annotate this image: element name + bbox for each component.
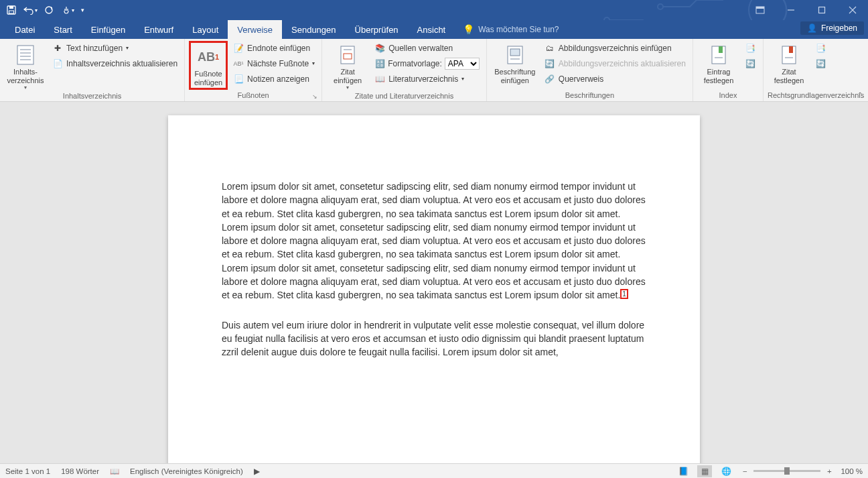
citation-style-select[interactable]: 🔠 Formatvorlage: APA [372,56,482,70]
add-text-icon: ✚ [52,43,63,54]
update-index-icon: 🔄 [745,58,756,69]
insert-citation-button[interactable]: Zitat einfügen ▾ [326,41,369,91]
crossref-icon: 🔗 [545,74,555,84]
endnote-icon: 📝 [233,43,244,54]
group-label-authorities: Rechtsgrundlagenverzeichnis [768,90,864,101]
zoom-out-button[interactable]: − [740,467,749,475]
tell-me-placeholder: Was möchten Sie tun? [478,25,559,34]
zoom-slider[interactable]: − + [740,467,834,475]
group-label-footnotes: Fußnoten↘ [189,90,317,101]
slider-track[interactable] [753,470,820,472]
update-icon: 📄 [52,58,63,69]
crossref-button[interactable]: 🔗Querverweis [542,72,689,86]
tab-entwurf[interactable]: Entwurf [135,20,183,39]
group-footnotes: AB1 Fußnote einfügen 📝Endnote einfügen A… [185,39,322,101]
svg-rect-19 [341,46,354,64]
tab-sendungen[interactable]: Sendungen [282,20,346,39]
group-label-toc: Inhaltsverzeichnis [4,91,180,102]
spellcheck-icon[interactable]: 📖 [110,467,119,476]
macro-icon[interactable]: ▶ [254,467,260,476]
window-controls [745,0,868,20]
quick-access-toolbar: ▾ ▾ ▾ [3,1,87,19]
footnote-reference[interactable]: 1 [620,289,628,299]
slider-thumb[interactable] [784,467,790,475]
tof-icon: 🗂 [545,43,555,54]
document-area[interactable]: Lorem ipsum dolor sit amet, consetetur s… [0,102,868,463]
zoom-in-button[interactable]: + [824,467,834,475]
update-toc-button[interactable]: 📄Inhaltsverzeichnis aktualisieren [50,56,180,70]
web-layout-button[interactable]: 🌐 [719,465,733,477]
language-indicator[interactable]: Englisch (Vereinigtes Königreich) [130,467,243,475]
tab-ansicht[interactable]: Ansicht [408,20,455,39]
show-notes-button[interactable]: 📃Notizen anzeigen [230,72,317,86]
insert-index-button[interactable]: 📑 [743,41,759,55]
print-layout-button[interactable]: ▦ [697,465,712,477]
mark-citation-button[interactable]: Zitat festlegen [768,41,810,90]
bibliography-button[interactable]: 📖Literaturverzeichnis ▾ [372,72,482,86]
insert-toa-button[interactable]: 📑 [813,41,829,55]
group-citations: Zitat einfügen ▾ 📚Quellen verwalten 🔠 Fo… [322,39,487,101]
next-footnote-icon: AB¹ [233,58,244,69]
maximize-button[interactable] [806,0,837,20]
paragraph-2[interactable]: Duis autem vel eum iriure dolor in hendr… [222,318,646,359]
insert-endnote-button[interactable]: 📝Endnote einfügen [230,41,317,55]
collapse-ribbon-button[interactable]: ⌃ [857,91,863,99]
ribbon-display-options[interactable] [745,0,776,20]
zoom-level[interactable]: 100 % [841,467,863,475]
add-text-button[interactable]: ✚Text hinzufügen ▾ [50,41,180,55]
page-indicator[interactable]: Seite 1 von 1 [5,467,50,475]
svg-rect-14 [17,46,33,64]
undo-button[interactable]: ▾ [21,1,39,19]
update-toa-icon: 🔄 [816,58,826,69]
tab-einfuegen[interactable]: Einfügen [82,20,135,39]
next-footnote-button[interactable]: AB¹Nächste Fußnote ▾ [230,56,317,70]
toc-button[interactable]: Inhalts- verzeichnis ▾ [4,41,47,91]
close-button[interactable] [837,0,868,20]
sources-icon: 📚 [374,43,385,54]
tab-start[interactable]: Start [44,20,81,39]
word-count[interactable]: 198 Wörter [61,467,99,475]
tell-me-search[interactable]: 💡 Was möchten Sie tun? [463,20,559,39]
svg-rect-2 [9,11,14,13]
share-button[interactable]: 👤 Freigeben [800,21,864,35]
titlebar: ▾ ▾ ▾ [0,0,868,20]
show-notes-icon: 📃 [233,74,244,84]
save-button[interactable] [3,1,20,19]
ribbon-tabs: Datei Start Einfügen Entwurf Layout Verw… [0,20,868,39]
statusbar: Seite 1 von 1 198 Wörter 📖 Englisch (Ver… [0,463,868,478]
group-index: Eintrag festlegen 📑 🔄 Index [693,39,764,101]
chevron-down-icon: ▾ [24,84,27,91]
svg-rect-29 [789,46,793,53]
svg-rect-1 [9,6,13,9]
authorities-icon [780,44,798,66]
update-toa-button: 🔄 [813,56,829,70]
tab-verweise[interactable]: Verweise [228,20,282,39]
insert-caption-button[interactable]: Beschriftung einfügen [491,41,539,90]
redo-button[interactable] [40,1,58,19]
person-icon: 👤 [807,23,817,33]
mark-entry-button[interactable]: Eintrag festlegen [697,41,740,90]
qat-customize-button[interactable]: ▾ [78,1,87,19]
style-icon: 🔠 [374,58,385,69]
touch-mode-button[interactable]: ▾ [59,1,76,19]
group-label-index: Index [697,90,759,101]
style-dropdown[interactable]: APA [445,58,480,70]
svg-rect-11 [819,7,825,13]
insert-tof-button[interactable]: 🗂Abbildungsverzeichnis einfügen [542,41,689,55]
insert-index-icon: 📑 [745,43,756,54]
minimize-button[interactable] [776,0,806,20]
manage-sources-button[interactable]: 📚Quellen verwalten [372,41,482,55]
tab-layout[interactable]: Layout [183,20,228,39]
paragraph-1[interactable]: Lorem ipsum dolor sit amet, consetetur s… [222,180,646,302]
insert-footnote-button[interactable]: AB1 Fußnote einfügen [189,41,228,90]
citation-icon [338,44,357,66]
group-captions: Beschriftung einfügen 🗂Abbildungsverzeic… [487,39,693,101]
read-mode-button[interactable]: 📘 [676,465,691,477]
dialog-launcher-icon[interactable]: ↘ [312,93,317,100]
tab-ueberpruefen[interactable]: Überprüfen [346,20,408,39]
group-toc: Inhalts- verzeichnis ▾ ✚Text hinzufügen … [0,39,185,101]
tab-datei[interactable]: Datei [5,20,44,39]
toc-icon [15,44,35,66]
svg-rect-23 [510,49,520,56]
index-icon [709,44,728,66]
